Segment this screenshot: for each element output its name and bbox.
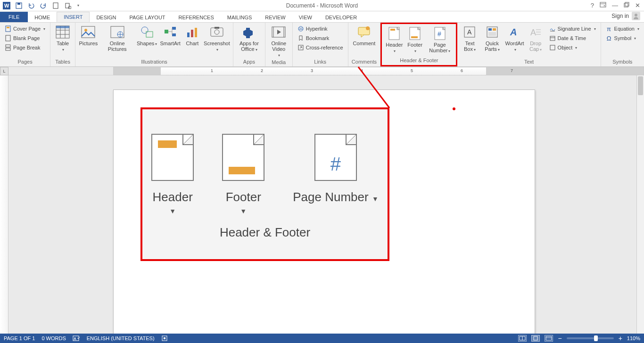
hyperlink-button[interactable]: Hyperlink [296, 24, 345, 33]
zoom-header-button: Header ▼ [151, 134, 194, 215]
zoom-slider-handle[interactable] [594, 335, 598, 341]
text-box-button[interactable]: AText Box▾ [460, 24, 479, 54]
svg-rect-52 [550, 36, 555, 41]
online-video-button[interactable]: Online Video▾ [268, 24, 289, 59]
vertical-ruler[interactable] [0, 75, 8, 334]
smartart-button[interactable]: SmartArt [159, 24, 181, 47]
tab-home[interactable]: HOME [28, 13, 57, 22]
smartart-icon [163, 24, 178, 40]
help-icon[interactable]: ? [591, 2, 594, 9]
status-proofing-icon[interactable] [73, 335, 80, 342]
sign-in[interactable]: Sign in [608, 10, 644, 22]
table-button[interactable]: Table▾ [53, 24, 72, 54]
svg-text:A: A [467, 28, 472, 36]
group-label-media: Media [268, 59, 289, 66]
screenshot-button[interactable]: Screenshot▾ [204, 24, 230, 54]
svg-text:#: # [438, 30, 441, 38]
horizontal-ruler[interactable]: 1 2 3 4 5 6 7 [113, 67, 644, 75]
tab-review[interactable]: REVIEW [258, 13, 292, 22]
ribbon-options-icon[interactable] [600, 2, 606, 9]
date-time-button[interactable]: Date & Time [547, 34, 598, 42]
redo-icon[interactable] [40, 2, 47, 9]
svg-rect-26 [172, 33, 176, 36]
apps-button[interactable]: Apps for Office▾ [236, 24, 262, 54]
cross-reference-button[interactable]: Cross-reference [296, 43, 345, 52]
tab-design[interactable]: DESIGN [90, 13, 123, 22]
svg-rect-24 [165, 30, 168, 33]
group-label-links: Links [296, 59, 345, 66]
svg-point-34 [298, 26, 303, 31]
status-words[interactable]: 0 WORDS [41, 335, 66, 341]
new-doc-icon[interactable] [52, 2, 59, 9]
shapes-button[interactable]: Shapes▾ [136, 24, 157, 48]
pictures-icon [81, 24, 96, 40]
svg-rect-29 [195, 28, 197, 37]
object-button[interactable]: Object▾ [547, 43, 598, 52]
header-button[interactable]: Header▾ [385, 25, 404, 55]
bookmark-button[interactable]: Bookmark [296, 34, 345, 42]
cover-page-button[interactable]: Cover Page▾ [3, 24, 47, 33]
online-pictures-button[interactable]: Online Pictures [100, 24, 134, 53]
footer-button[interactable]: Footer▾ [405, 25, 424, 55]
group-header-footer: Header▾ Footer▾ #Page Number▾ Header & F… [380, 23, 457, 66]
svg-rect-27 [187, 33, 190, 37]
chart-button[interactable]: Chart [183, 24, 202, 47]
shapes-icon [140, 24, 155, 40]
date-icon [549, 35, 556, 41]
pictures-button[interactable]: Pictures [78, 24, 98, 47]
status-bar: PAGE 1 OF 1 0 WORDS ENGLISH (UNITED STAT… [0, 334, 644, 343]
zoom-page-number-icon: # [314, 134, 357, 181]
zoom-in-button[interactable]: + [619, 335, 622, 342]
view-print-layout-icon[interactable] [531, 335, 540, 342]
zoom-level[interactable]: 110% [627, 335, 640, 341]
page-break-icon [5, 44, 11, 51]
tab-mailings[interactable]: MAILINGS [221, 13, 259, 22]
qat-dropdown-icon[interactable]: ▾ [77, 3, 79, 8]
drop-cap-button[interactable]: ADrop Cap▾ [526, 24, 545, 54]
drop-cap-icon: A [528, 24, 543, 40]
tab-selector[interactable]: L [0, 67, 8, 75]
save-icon[interactable] [15, 2, 23, 9]
group-label-symbols: Symbols [604, 59, 641, 66]
maximize-icon[interactable] [624, 2, 629, 9]
scroll-thumb[interactable] [638, 76, 643, 95]
symbol-button[interactable]: ΩSymbol▾ [604, 34, 641, 42]
group-label-comments: Comments [351, 59, 378, 66]
vertical-scrollbar[interactable] [636, 75, 644, 334]
svg-rect-32 [215, 27, 219, 29]
tab-file[interactable]: FILE [0, 12, 28, 22]
status-macro-icon[interactable] [161, 335, 168, 342]
text-box-icon: A [462, 24, 477, 40]
window-title: Document4 - Microsoft Word [286, 2, 358, 9]
status-language[interactable]: ENGLISH (UNITED STATES) [87, 335, 155, 341]
tab-view[interactable]: VIEW [292, 13, 319, 22]
page-break-button[interactable]: Page Break [3, 43, 47, 52]
cross-reference-icon [297, 44, 304, 51]
screenshot-icon [209, 24, 224, 40]
page-number-button[interactable]: #Page Number▾ [426, 25, 453, 55]
group-text: AText Box▾ Quick Parts▾ AWordArt▾ ADrop … [457, 23, 601, 66]
equation-button[interactable]: πEquation▾ [604, 24, 641, 33]
minimize-icon[interactable]: — [612, 2, 618, 9]
print-preview-icon[interactable] [64, 2, 72, 9]
view-read-mode-icon[interactable] [518, 335, 527, 342]
zoom-out-button[interactable]: − [558, 335, 561, 342]
wordart-button[interactable]: AWordArt▾ [505, 24, 524, 54]
tab-references[interactable]: REFERENCES [172, 13, 221, 22]
zoom-slider[interactable] [567, 337, 614, 339]
group-label-tables: Tables [53, 59, 72, 66]
blank-page-button[interactable]: Blank Page [3, 34, 47, 42]
comment-button[interactable]: Comment [351, 24, 378, 47]
signature-line-button[interactable]: Signature Line▾ [547, 24, 598, 33]
tab-developer[interactable]: DEVELOPER [319, 13, 363, 22]
view-web-layout-icon[interactable] [545, 335, 553, 342]
close-icon[interactable]: ✕ [635, 2, 640, 9]
quick-parts-button[interactable]: Quick Parts▾ [481, 24, 503, 54]
avatar-icon [632, 12, 640, 20]
tab-page-layout[interactable]: PAGE LAYOUT [123, 13, 172, 22]
group-illustrations: Pictures Online Pictures Shapes▾ SmartAr… [75, 23, 233, 66]
undo-icon[interactable] [27, 2, 35, 9]
status-page[interactable]: PAGE 1 OF 1 [4, 335, 35, 341]
tab-insert[interactable]: INSERT [57, 12, 90, 22]
ribbon-insert: Cover Page▾ Blank Page Page Break Pages … [0, 23, 644, 67]
